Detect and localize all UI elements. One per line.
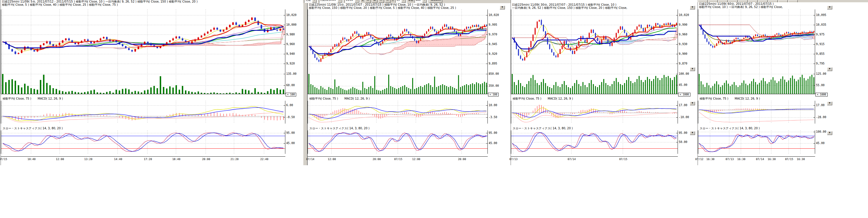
period-month-button[interactable]: 月	[378, 0, 384, 3]
pane-collapse-arrow-button[interactable]: ▼	[500, 6, 505, 9]
time-tick-label: 07/13	[725, 157, 735, 161]
axis-tick-label: 95.00	[489, 131, 497, 134]
pane-collapse-arrow-button[interactable]: ▼	[690, 102, 695, 105]
chart-toolbar: 先物 ▼ 日経225mini ▼ 11/09 ▼ 足 日 週 月 分 分 15 …	[303, 0, 510, 3]
pane-collapse-arrow-button[interactable]: ▼	[690, 131, 695, 135]
chevron-down-icon[interactable]: ▼	[312, 0, 317, 3]
price-chart-canvas[interactable]	[1, 9, 285, 67]
stochastics-chart-canvas[interactable]	[511, 131, 678, 154]
axis-tick-label: 9,855	[816, 52, 825, 56]
multi-symbol-button[interactable]: 複数銘柄	[429, 0, 442, 3]
pane-collapse-arrow-button[interactable]: ▼	[690, 6, 695, 9]
macd-label: MACD( 12, 26, 9 )	[37, 97, 63, 100]
toolbar-button-fragment[interactable]	[709, 0, 718, 2]
axis-tick-label: 10,020	[286, 13, 297, 16]
time-tick-label: 22:40	[259, 157, 269, 161]
stochastics-pane-label: スロー・ストキャスティクス( 14, 3, 80, 20 )	[700, 127, 760, 130]
pane-collapse-arrow-button[interactable]: ▼	[690, 67, 695, 71]
time-tick-label: 07/15	[618, 157, 628, 161]
contract-month-value: 11/09	[346, 0, 353, 3]
time-tick-label: 16:30	[796, 157, 806, 161]
axis-tick-label: 9,960	[679, 33, 687, 36]
toolbar-button-fragment[interactable]	[778, 0, 788, 2]
price-chart-canvas[interactable]	[511, 9, 678, 67]
axis-tick-label: 45.00	[816, 142, 825, 145]
chart-title: 日経225mini 11/09( 15分, 2011/07/07 - 2011/…	[309, 3, 504, 6]
pane-collapse-arrow-button[interactable]: ▼	[827, 131, 832, 135]
toolbar-button-fragment[interactable]	[769, 0, 778, 2]
price-chart-canvas[interactable]	[308, 9, 488, 67]
ashi-label: 足	[362, 0, 364, 2]
chart-legend: 移動平均( Close, 5 ) 移動平均( Close, 40 ) 移動平均(…	[2, 3, 303, 6]
axis-tick-label: 6.00	[286, 104, 293, 107]
chevron-down-icon[interactable]: ▼	[422, 0, 427, 3]
axis-tick-label: 10,035	[816, 23, 826, 26]
macd-chart-canvas[interactable]	[511, 101, 678, 123]
macd-chart-canvas[interactable]	[1, 101, 285, 123]
axis-tick-label: 60.00	[286, 84, 295, 87]
minute-label: 分	[392, 0, 394, 2]
volume-multiplier-badge: × 1000	[815, 93, 828, 97]
time-axis-line	[698, 156, 815, 157]
instrument-combo[interactable]: 日経225mini ▼	[319, 0, 343, 3]
time-tick-label: 16:30	[737, 157, 746, 161]
bar-count-combo[interactable]: 800 ▼	[414, 0, 428, 3]
time-tick-label: 17:20	[143, 157, 153, 161]
toolbar-fragment-strip	[698, 0, 868, 2]
instrument-type-combo[interactable]: 先物 ▼	[304, 0, 318, 3]
axis-tick-label: 9,945	[489, 42, 497, 46]
volume-chart-canvas[interactable]	[511, 67, 678, 94]
period-week-button[interactable]: 週	[372, 0, 377, 3]
stochastics-chart-canvas[interactable]	[1, 131, 285, 154]
volume-multiplier-badge: × 100	[488, 93, 499, 97]
axis-tick-label: 10,095	[816, 13, 826, 16]
chart-panel-60min: 日経225mini 11/09( 60分, 2011/07/07 - 2011/…	[698, 0, 831, 165]
contract-month-combo[interactable]: 11/09 ▼	[344, 0, 361, 3]
volume-multiplier-badge: × 100	[286, 93, 296, 97]
period-day-button[interactable]: 日	[365, 0, 371, 3]
panel-scrollbar-separator[interactable]	[303, 0, 307, 165]
toolbar-button-fragment[interactable]	[718, 0, 727, 2]
toolbar-button-fragment[interactable]	[739, 0, 748, 2]
toolbar-button-fragment[interactable]	[748, 0, 757, 2]
period-minute-button[interactable]: 分	[385, 0, 391, 3]
toolbar-button-fragment[interactable]	[728, 0, 738, 2]
volume-chart-canvas[interactable]	[1, 67, 285, 94]
axis-tick-label: 125.00	[816, 72, 826, 75]
pane-collapse-arrow-button[interactable]: ▼	[827, 67, 832, 71]
chevron-down-icon[interactable]: ▼	[338, 0, 342, 3]
time-tick-label: 14:40	[113, 157, 123, 161]
chart-header: 日経225mini 11/09( 5分, 2011/07/12 - 2011/0…	[2, 0, 303, 6]
axis-tick-label: 17.00	[679, 104, 687, 107]
macd-chart-canvas[interactable]	[698, 101, 815, 123]
pane-collapse-arrow-button[interactable]: ▼	[827, 6, 832, 9]
time-axis-line	[511, 156, 678, 157]
time-tick-label: 07/15	[0, 157, 8, 161]
toolbar-button-fragment[interactable]	[699, 0, 708, 2]
toolbar-button-fragment[interactable]	[758, 0, 768, 2]
toolbar-button-fragment[interactable]	[788, 0, 798, 2]
macd-chart-canvas[interactable]	[308, 101, 488, 123]
chart-title: 日経225mini 11/09( 60分, 2011/07/07 - 2011/…	[699, 2, 831, 5]
axis-tick-label: 9,975	[816, 33, 825, 36]
volume-chart-canvas[interactable]	[698, 67, 815, 94]
time-tick-label: 20:00	[201, 157, 211, 161]
chevron-down-icon[interactable]: ▼	[401, 0, 406, 3]
macd-label: MACD( 12, 26, 9 )	[344, 97, 370, 100]
volume-chart-canvas[interactable]	[308, 67, 488, 94]
stochastics-chart-canvas[interactable]	[308, 131, 488, 154]
axis-tick-label: 45.00	[286, 142, 295, 145]
axis-tick-label: 850.00	[489, 72, 499, 75]
axis-tick-label: 9,940	[286, 52, 295, 56]
pane-collapse-arrow-button[interactable]: ▼	[827, 102, 832, 105]
chevron-down-icon[interactable]: ▼	[355, 0, 360, 3]
time-tick-label: 12:00	[411, 157, 421, 161]
time-tick-label: 12:00	[55, 157, 65, 161]
bar-count-label: 本数	[408, 0, 413, 2]
stochastics-chart-canvas[interactable]	[698, 131, 815, 154]
time-tick-label: 20:00	[457, 157, 467, 161]
time-tick-label: 07/14	[755, 157, 765, 161]
axis-tick-label: 10,000	[286, 23, 297, 26]
price-chart-canvas[interactable]	[698, 9, 815, 67]
minute-value-combo[interactable]: 15 ▼	[395, 0, 407, 3]
